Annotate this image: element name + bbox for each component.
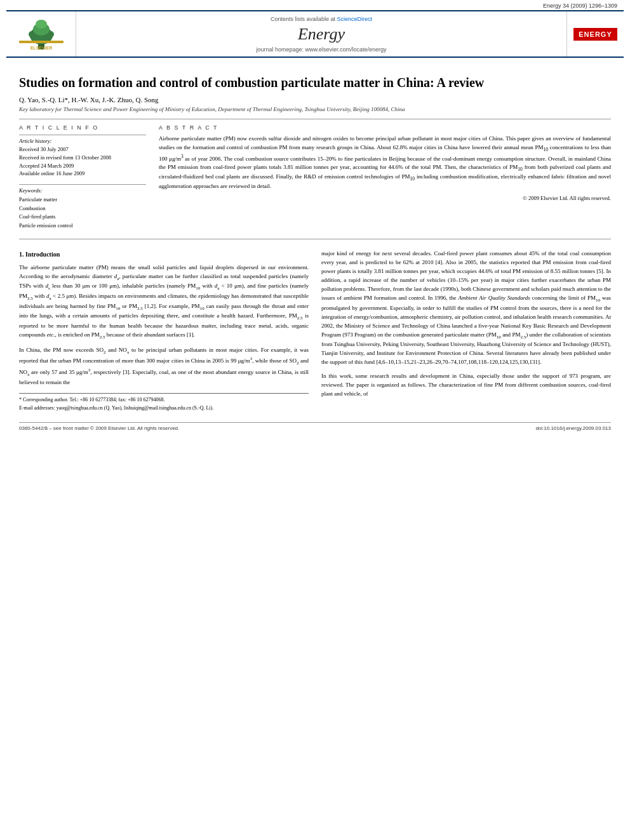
svg-point-5 [48, 31, 54, 37]
abstract-section: A B S T R A C T Airborne particulate mat… [159, 124, 611, 230]
affiliation: Key laboratory for Thermal Science and P… [19, 106, 611, 112]
footnote-star: * Corresponding author. Tel.: +86 10 627… [19, 396, 309, 404]
article-info-heading: A R T I C L E I N F O [19, 124, 146, 131]
main-body: 1. Introduction The airborne particulate… [19, 250, 611, 412]
revised-date: Received in revised form 13 October 2008 [19, 154, 146, 162]
journal-center: Contents lists available at ScienceDirec… [76, 11, 566, 57]
section-1-heading: 1. Introduction [19, 250, 309, 260]
intro-para-3: major kind of energy for next several de… [321, 250, 611, 367]
elsevier-logo: ELSEVIER [19, 17, 64, 51]
sciencedirect-label: Contents lists available at [271, 16, 335, 22]
authors: Q. Yao, S.-Q. Li*, H.-W. Xu, J.-K. Zhuo,… [19, 96, 611, 103]
received-date: Received 30 July 2007 [19, 145, 146, 154]
svg-point-4 [29, 31, 35, 37]
journal-title: Energy [298, 25, 345, 44]
abstract-heading: A B S T R A C T [159, 124, 611, 131]
issn-text: 0360-5442/$ – see front matter © 2009 El… [19, 425, 179, 431]
article-meta-section: A R T I C L E I N F O Article history: R… [19, 124, 611, 230]
keyword-1: Particulate matter [19, 196, 146, 204]
history-title: Article history: [19, 138, 146, 144]
svg-rect-6 [19, 41, 64, 43]
intro-para-4: In this work, some research results and … [321, 372, 611, 399]
keyword-3: Coal-fired plants [19, 213, 146, 222]
svg-text:ELSEVIER: ELSEVIER [30, 46, 52, 50]
doi-text: doi:10.1016/j.energy.2009.03.013 [535, 425, 611, 431]
sciencedirect-link[interactable]: ScienceDirect [337, 16, 373, 22]
article-info-column: A R T I C L E I N F O Article history: R… [19, 124, 146, 230]
intro-para-2: In China, the PM now exceeds SO2 and NOx… [19, 346, 309, 387]
homepage-text: journal homepage: www.elsevier.com/locat… [256, 46, 386, 53]
revised-text: Received in revised form 13 October 2008 [19, 154, 111, 161]
abstract-text: Airborne particulate matter (PM) now exc… [159, 135, 611, 191]
body-right-column: major kind of energy for next several de… [321, 250, 611, 412]
elsevier-tree-icon: ELSEVIER [19, 17, 64, 51]
content-area: Studies on formation and control of comb… [0, 58, 630, 444]
footnote-email: E-mail addresses: yaoq@tsinghua.edu.cn (… [19, 404, 309, 412]
divider-1 [19, 119, 611, 119]
elsevier-logo-area: ELSEVIER [6, 11, 76, 57]
keyword-4: Particle emission control [19, 222, 146, 230]
energy-badge: ENERGY [573, 28, 617, 41]
copyright: © 2009 Elsevier Ltd. All rights reserved… [159, 195, 611, 201]
svg-point-3 [36, 20, 47, 29]
author-list: Q. Yao, S.-Q. Li*, H.-W. Xu, J.-K. Zhuo,… [19, 96, 159, 103]
keywords-title: Keywords: [19, 187, 146, 194]
footnote-area: * Corresponding author. Tel.: +86 10 627… [19, 393, 309, 412]
section-number: 1. [19, 251, 25, 258]
intro-para-1: The airborne particulate matter (PM) mea… [19, 263, 309, 341]
bottom-bar: 0360-5442/$ – see front matter © 2009 El… [19, 422, 611, 431]
body-left-column: 1. Introduction The airborne particulate… [19, 250, 309, 412]
energy-badge-area: ENERGY [566, 11, 624, 57]
online-date: Available online 16 June 2009 [19, 170, 146, 178]
article-history: Article history: Received 30 July 2007 R… [19, 135, 146, 178]
section-title: Introduction [25, 251, 60, 258]
sciencedirect-line: Contents lists available at ScienceDirec… [271, 16, 372, 22]
keyword-2: Combustion [19, 204, 146, 213]
citation-bar: Energy 34 (2009) 1296–1309 [0, 0, 630, 10]
divider-2 [19, 239, 611, 239]
accepted-date: Accepted 24 March 2009 [19, 162, 146, 170]
journal-homepage: journal homepage: www.elsevier.com/locat… [256, 46, 386, 53]
body-columns: 1. Introduction The airborne particulate… [19, 250, 611, 412]
citation-text: Energy 34 (2009) 1296–1309 [543, 3, 617, 9]
article-title: Studies on formation and control of comb… [19, 74, 611, 91]
keywords-section: Keywords: Particulate matter Combustion … [19, 184, 146, 230]
journal-header: ELSEVIER Contents lists available at Sci… [6, 10, 624, 58]
